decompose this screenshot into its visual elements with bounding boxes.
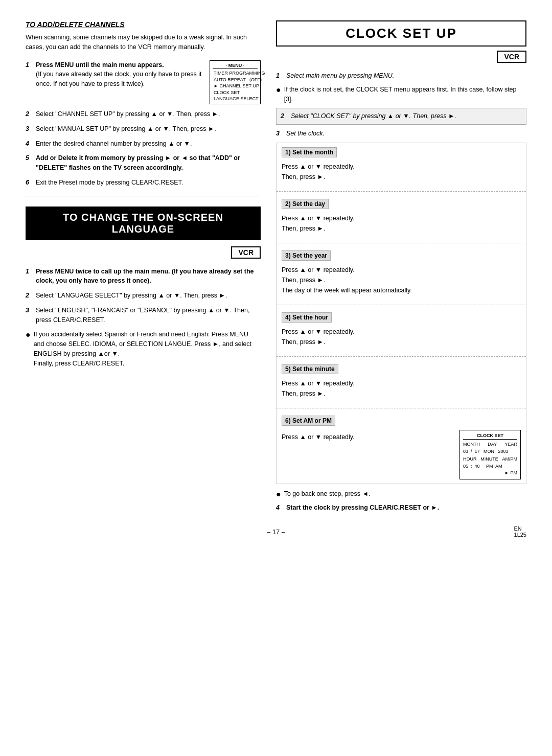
go-back-note: ● To go back one step, press ◄. xyxy=(276,489,526,499)
set-ampm-row: Press ▲ or ▼ repeatedly. CLOCK SET MONTH… xyxy=(282,430,521,479)
set-ampm-label: 6) Set AM or PM xyxy=(282,416,335,426)
step-1: 1 Press MENU until the main menu appears… xyxy=(26,60,261,105)
right-step-4-text: Start the clock by pressing CLEAR/C.RESE… xyxy=(286,503,439,513)
step-4-num: 4 xyxy=(26,139,33,149)
add-delete-title: TO ADD/DELETE CHANNELS xyxy=(26,20,261,29)
step-1-content: Press MENU until the main menu appears. … xyxy=(36,60,261,105)
go-back-text: To go back one step, press ◄. xyxy=(284,489,371,499)
step-4-content: Enter the desired channel number by pres… xyxy=(36,139,261,149)
vcr-right-container: VCR xyxy=(276,51,526,67)
page-number: – 17 – xyxy=(267,528,285,536)
right-step-2-box: 2 Select "CLOCK SET" by pressing ▲ or ▼.… xyxy=(276,108,526,125)
right-step-2: 2 Select "CLOCK SET" by pressing ▲ or ▼.… xyxy=(281,111,522,121)
language-steps: 1 Press MENU twice to call up the main m… xyxy=(26,267,261,325)
menu-item-1: TIMER PROGRAMMING xyxy=(213,70,258,77)
set-minute: 5) Set the minute Press ▲ or ▼ repeatedl… xyxy=(277,360,526,405)
step-4: 4 Enter the desired channel number by pr… xyxy=(26,139,261,149)
step-6-content: Exit the Preset mode by pressing CLEAR/C… xyxy=(36,178,261,188)
step-6: 6 Exit the Preset mode by pressing CLEAR… xyxy=(26,178,261,188)
language-note-text: If you accidentally select Spanish or Fr… xyxy=(34,330,261,368)
language-bullet-note: ● If you accidentally select Spanish or … xyxy=(26,330,261,368)
divider-5 xyxy=(277,408,526,408)
set-ampm-body: Press ▲ or ▼ repeatedly. xyxy=(282,430,454,444)
set-hour-body: Press ▲ or ▼ repeatedly.Then, press ►. xyxy=(282,325,521,349)
menu-box: · MENU · TIMER PROGRAMMING AUTO REPEAT (… xyxy=(210,60,261,105)
set-minute-label: 5) Set the minute xyxy=(282,364,338,374)
clock-set-row2-labels: HOURMINUTEAM/PM xyxy=(463,456,517,463)
right-bullet-1: ● If the clock is not set, the CLOCK SET… xyxy=(276,85,526,104)
lang-step-1: 1 Press MENU twice to call up the main m… xyxy=(26,267,261,286)
right-column: CLOCK SET UP VCR 1 Select main menu by p… xyxy=(276,20,526,513)
right-step-2-num: 2 xyxy=(281,111,288,121)
sub-label: 1L25 xyxy=(514,532,526,538)
right-step-1: 1 Select main menu by pressing MENU. xyxy=(276,71,526,81)
step-5-num: 5 xyxy=(26,153,33,163)
step-5-content: Add or Delete it from memory by pressing… xyxy=(36,153,261,173)
set-ampm: 6) Set AM or PM Press ▲ or ▼ repeatedly.… xyxy=(277,411,526,484)
add-delete-intro: When scanning, some channels may be skip… xyxy=(26,33,261,52)
vcr-badge: VCR xyxy=(231,246,261,259)
right-step-2-text: Select "CLOCK SET" by pressing ▲ or ▼. T… xyxy=(291,111,456,121)
lang-step-3: 3 Select "ENGLISH", "FRANCAIS" or "ESPAÑ… xyxy=(26,306,261,325)
add-delete-section: TO ADD/DELETE CHANNELS When scanning, so… xyxy=(26,20,261,188)
set-hour-label: 4) Set the hour xyxy=(282,312,332,323)
language-section: TO CHANGE THE ON-SCREEN LANGUAGE VCR 1 P… xyxy=(26,207,261,369)
lang-step-2-num: 2 xyxy=(26,291,33,301)
left-column: TO ADD/DELETE CHANNELS When scanning, so… xyxy=(26,20,261,513)
set-day: 2) Set the day Press ▲ or ▼ repeatedly.T… xyxy=(277,195,526,240)
lang-step-2-content: Select "LANGUAGE SELECT" by pressing ▲ o… xyxy=(36,291,261,301)
set-month-body: Press ▲ or ▼ repeatedly.Then, press ►. xyxy=(282,159,521,184)
clock-set-arrow: ► PM xyxy=(463,470,517,477)
step-3: 3 Select "MANUAL SET UP" by pressing ▲ o… xyxy=(26,124,261,134)
vcr-badge-container: VCR xyxy=(26,246,261,263)
clock-set-row1-labels: MONTHDAYYEAR xyxy=(463,441,517,448)
right-step-4-num: 4 xyxy=(276,503,283,513)
right-bullet-dot-1: ● xyxy=(276,85,281,104)
en-text: EN xyxy=(514,525,522,532)
step-1-text: Press MENU until the main menu appears. … xyxy=(36,60,205,89)
step-2-num: 2 xyxy=(26,109,33,119)
step-3-num: 3 xyxy=(26,124,33,134)
clock-set-row1-values: 03 / 17 MON 2003 xyxy=(463,448,517,455)
step-1-bold: Press MENU until the main menu appears. xyxy=(36,61,164,68)
menu-item-2: AUTO REPEAT (OFF) xyxy=(213,77,258,83)
set-year-body: Press ▲ or ▼ repeatedly.Then, press ►.Th… xyxy=(282,263,521,297)
set-month: 1) Set the month Press ▲ or ▼ repeatedly… xyxy=(277,143,526,188)
menu-item-5: LANGUAGE SELECT xyxy=(213,96,258,102)
step-3-content: Select "MANUAL SET UP" by pressing ▲ or … xyxy=(36,124,261,134)
clock-set-title: CLOCK SET xyxy=(463,432,517,440)
set-day-body: Press ▲ or ▼ repeatedly.Then, press ►. xyxy=(282,211,521,236)
set-year-label: 3) Set the year xyxy=(282,250,331,261)
clock-set-box: CLOCK SET MONTHDAYYEAR 03 / 17 MON 2003 … xyxy=(459,430,521,479)
add-delete-steps: 1 Press MENU until the main menu appears… xyxy=(26,60,261,188)
lang-step-3-content: Select "ENGLISH", "FRANCAIS" or "ESPAÑOL… xyxy=(36,306,261,325)
step-1-num: 1 xyxy=(26,60,33,70)
go-back-bullet: ● xyxy=(276,489,281,499)
clock-set-row2-values: 05 : 40 PM AM xyxy=(463,463,517,470)
page-container: TO ADD/DELETE CHANNELS When scanning, so… xyxy=(26,20,526,513)
right-step-1-text: Select main menu by pressing MENU. xyxy=(286,71,394,81)
menu-item-4: CLOCK SET xyxy=(213,89,258,96)
divider-3 xyxy=(277,305,526,305)
section-divider xyxy=(26,196,261,196)
clock-setup-header: CLOCK SET UP xyxy=(276,20,526,47)
right-step-1-num: 1 xyxy=(276,71,283,81)
right-step-3-text: Set the clock. xyxy=(286,129,325,139)
lang-step-1-num: 1 xyxy=(26,267,33,277)
set-hour: 4) Set the hour Press ▲ or ▼ repeatedly.… xyxy=(277,308,526,353)
right-step-3: 3 Set the clock. xyxy=(276,129,526,139)
step-5: 5 Add or Delete it from memory by pressi… xyxy=(26,153,261,173)
right-step-3-num: 3 xyxy=(276,129,283,139)
language-header: TO CHANGE THE ON-SCREEN LANGUAGE xyxy=(26,207,261,240)
menu-title: · MENU · xyxy=(213,62,258,70)
step-1-with-menu: Press MENU until the main menu appears. … xyxy=(36,60,261,105)
bullet-dot: ● xyxy=(26,330,31,368)
step-2-content: Select "CHANNEL SET UP" by pressing ▲ or… xyxy=(36,109,261,119)
menu-item-3: CHANNEL SET UP xyxy=(213,83,258,89)
lang-step-3-num: 3 xyxy=(26,306,33,315)
divider-1 xyxy=(277,191,526,192)
right-bullet-1-text: If the clock is not set, the CLOCK SET m… xyxy=(284,85,526,104)
set-minute-body: Press ▲ or ▼ repeatedly.Then, press ►. xyxy=(282,376,521,401)
vcr-badge-right: VCR xyxy=(497,51,526,63)
step-6-num: 6 xyxy=(26,178,33,188)
